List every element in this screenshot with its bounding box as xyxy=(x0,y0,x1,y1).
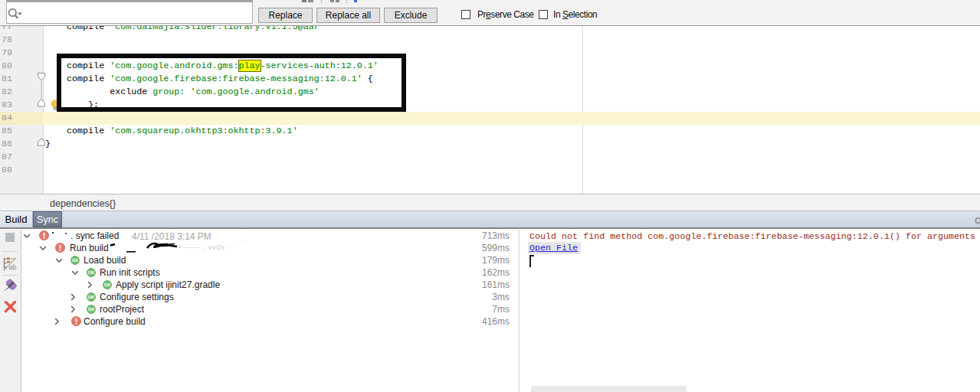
svg-text:OK: OK xyxy=(88,307,96,312)
svg-text:OK: OK xyxy=(88,295,96,299)
svg-text:• —— , vvOr: ·: • —— , vvOr: · xyxy=(179,243,234,251)
svg-text:OK: OK xyxy=(104,283,112,287)
svg-text:OK: OK xyxy=(88,270,96,275)
svg-text:`´: `´ xyxy=(244,240,247,247)
svg-text:OK: OK xyxy=(72,258,80,263)
